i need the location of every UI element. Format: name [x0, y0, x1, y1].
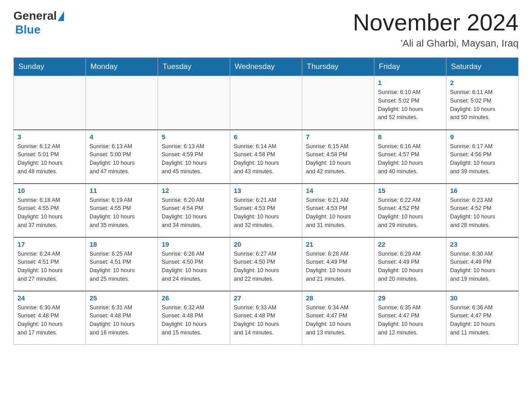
calendar-cell: 30Sunrise: 6:36 AM Sunset: 4:47 PM Dayli…	[446, 291, 519, 345]
day-info: Sunrise: 6:23 AM Sunset: 4:52 PM Dayligh…	[450, 196, 515, 230]
day-number: 28	[306, 294, 370, 302]
day-number: 29	[378, 294, 442, 302]
calendar-cell	[14, 76, 86, 130]
title-area: November 2024 'Ali al Gharbi, Maysan, Ir…	[353, 9, 519, 49]
day-number: 26	[162, 294, 226, 302]
day-number: 13	[234, 187, 298, 194]
calendar-cell: 15Sunrise: 6:22 AM Sunset: 4:52 PM Dayli…	[374, 184, 446, 237]
calendar-cell: 27Sunrise: 6:33 AM Sunset: 4:48 PM Dayli…	[230, 291, 302, 345]
page-header: General Blue November 2024 'Ali al Gharb…	[13, 9, 519, 49]
calendar-cell: 10Sunrise: 6:18 AM Sunset: 4:55 PM Dayli…	[14, 184, 86, 237]
calendar-cell: 21Sunrise: 6:28 AM Sunset: 4:49 PM Dayli…	[302, 237, 374, 291]
day-info: Sunrise: 6:21 AM Sunset: 4:53 PM Dayligh…	[234, 196, 298, 230]
day-of-week-header: Tuesday	[158, 58, 230, 76]
day-info: Sunrise: 6:15 AM Sunset: 4:58 PM Dayligh…	[306, 142, 370, 176]
day-number: 24	[17, 294, 82, 302]
day-of-week-header: Wednesday	[230, 58, 302, 76]
day-number: 7	[306, 133, 370, 141]
day-info: Sunrise: 6:24 AM Sunset: 4:51 PM Dayligh…	[17, 250, 82, 283]
calendar-cell: 4Sunrise: 6:13 AM Sunset: 5:00 PM Daylig…	[86, 130, 158, 184]
day-of-week-header: Monday	[86, 58, 158, 76]
calendar-cell	[230, 76, 302, 130]
calendar-subtitle: 'Ali al Gharbi, Maysan, Iraq	[353, 38, 519, 49]
day-info: Sunrise: 6:22 AM Sunset: 4:52 PM Dayligh…	[378, 196, 442, 230]
day-number: 5	[162, 133, 226, 141]
day-number: 6	[234, 133, 298, 141]
day-number: 9	[450, 133, 515, 141]
day-number: 22	[378, 240, 442, 248]
day-info: Sunrise: 6:13 AM Sunset: 4:59 PM Dayligh…	[162, 142, 226, 176]
day-info: Sunrise: 6:28 AM Sunset: 4:49 PM Dayligh…	[306, 250, 370, 283]
day-of-week-header: Friday	[374, 58, 446, 76]
day-info: Sunrise: 6:27 AM Sunset: 4:50 PM Dayligh…	[234, 250, 298, 283]
day-info: Sunrise: 6:34 AM Sunset: 4:47 PM Dayligh…	[306, 304, 370, 337]
calendar-cell: 7Sunrise: 6:15 AM Sunset: 4:58 PM Daylig…	[302, 130, 374, 184]
day-info: Sunrise: 6:21 AM Sunset: 4:53 PM Dayligh…	[306, 196, 370, 230]
day-info: Sunrise: 6:11 AM Sunset: 5:02 PM Dayligh…	[450, 88, 515, 122]
logo-blue: Blue	[15, 23, 40, 36]
calendar-cell: 16Sunrise: 6:23 AM Sunset: 4:52 PM Dayli…	[446, 184, 519, 237]
day-info: Sunrise: 6:30 AM Sunset: 4:48 PM Dayligh…	[17, 304, 82, 337]
day-info: Sunrise: 6:20 AM Sunset: 4:54 PM Dayligh…	[162, 196, 226, 230]
calendar-cell	[302, 76, 374, 130]
calendar-week-row: 24Sunrise: 6:30 AM Sunset: 4:48 PM Dayli…	[14, 291, 519, 345]
calendar-week-row: 17Sunrise: 6:24 AM Sunset: 4:51 PM Dayli…	[14, 237, 519, 291]
day-of-week-header: Sunday	[14, 58, 86, 76]
logo: General Blue	[13, 9, 65, 37]
day-info: Sunrise: 6:33 AM Sunset: 4:48 PM Dayligh…	[234, 304, 298, 337]
day-number: 18	[90, 240, 154, 248]
calendar-week-row: 10Sunrise: 6:18 AM Sunset: 4:55 PM Dayli…	[14, 184, 519, 237]
day-info: Sunrise: 6:18 AM Sunset: 4:55 PM Dayligh…	[17, 196, 82, 230]
calendar-cell: 12Sunrise: 6:20 AM Sunset: 4:54 PM Dayli…	[158, 184, 230, 237]
calendar-week-row: 3Sunrise: 6:12 AM Sunset: 5:01 PM Daylig…	[14, 130, 519, 184]
day-number: 3	[17, 133, 82, 141]
calendar-table: SundayMondayTuesdayWednesdayThursdayFrid…	[13, 57, 519, 345]
day-number: 8	[378, 133, 442, 141]
day-info: Sunrise: 6:36 AM Sunset: 4:47 PM Dayligh…	[450, 304, 515, 337]
day-number: 1	[378, 79, 442, 86]
day-number: 30	[450, 294, 515, 302]
day-number: 15	[378, 187, 442, 194]
calendar-cell: 9Sunrise: 6:17 AM Sunset: 4:56 PM Daylig…	[446, 130, 519, 184]
logo-triangle-icon	[58, 11, 64, 21]
calendar-cell: 8Sunrise: 6:16 AM Sunset: 4:57 PM Daylig…	[374, 130, 446, 184]
calendar-cell: 2Sunrise: 6:11 AM Sunset: 5:02 PM Daylig…	[446, 76, 519, 130]
day-number: 14	[306, 187, 370, 194]
calendar-cell: 19Sunrise: 6:26 AM Sunset: 4:50 PM Dayli…	[158, 237, 230, 291]
day-info: Sunrise: 6:31 AM Sunset: 4:48 PM Dayligh…	[90, 304, 154, 337]
day-number: 25	[90, 294, 154, 302]
day-info: Sunrise: 6:32 AM Sunset: 4:48 PM Dayligh…	[162, 304, 226, 337]
day-info: Sunrise: 6:16 AM Sunset: 4:57 PM Dayligh…	[378, 142, 442, 176]
calendar-cell: 29Sunrise: 6:35 AM Sunset: 4:47 PM Dayli…	[374, 291, 446, 345]
day-info: Sunrise: 6:12 AM Sunset: 5:01 PM Dayligh…	[17, 142, 82, 176]
day-of-week-header: Saturday	[446, 58, 519, 76]
calendar-cell: 26Sunrise: 6:32 AM Sunset: 4:48 PM Dayli…	[158, 291, 230, 345]
calendar-cell: 22Sunrise: 6:29 AM Sunset: 4:49 PM Dayli…	[374, 237, 446, 291]
calendar-week-row: 1Sunrise: 6:10 AM Sunset: 5:02 PM Daylig…	[14, 76, 519, 130]
calendar-cell: 24Sunrise: 6:30 AM Sunset: 4:48 PM Dayli…	[14, 291, 86, 345]
day-info: Sunrise: 6:13 AM Sunset: 5:00 PM Dayligh…	[90, 142, 154, 176]
calendar-cell: 25Sunrise: 6:31 AM Sunset: 4:48 PM Dayli…	[86, 291, 158, 345]
day-number: 10	[17, 187, 82, 194]
day-info: Sunrise: 6:17 AM Sunset: 4:56 PM Dayligh…	[450, 142, 515, 176]
day-number: 11	[90, 187, 154, 194]
day-number: 23	[450, 240, 515, 248]
calendar-cell	[86, 76, 158, 130]
calendar-cell: 14Sunrise: 6:21 AM Sunset: 4:53 PM Dayli…	[302, 184, 374, 237]
calendar-cell	[158, 76, 230, 130]
day-info: Sunrise: 6:30 AM Sunset: 4:49 PM Dayligh…	[450, 250, 515, 283]
day-number: 4	[90, 133, 154, 141]
day-number: 2	[450, 79, 515, 86]
logo-text: General	[13, 9, 65, 23]
day-info: Sunrise: 6:19 AM Sunset: 4:55 PM Dayligh…	[90, 196, 154, 230]
calendar-cell: 20Sunrise: 6:27 AM Sunset: 4:50 PM Dayli…	[230, 237, 302, 291]
calendar-title: November 2024	[353, 9, 519, 36]
day-info: Sunrise: 6:26 AM Sunset: 4:50 PM Dayligh…	[162, 250, 226, 283]
logo-general: General	[13, 9, 57, 23]
calendar-cell: 3Sunrise: 6:12 AM Sunset: 5:01 PM Daylig…	[14, 130, 86, 184]
day-number: 19	[162, 240, 226, 248]
day-number: 20	[234, 240, 298, 248]
calendar-cell: 23Sunrise: 6:30 AM Sunset: 4:49 PM Dayli…	[446, 237, 519, 291]
day-number: 12	[162, 187, 226, 194]
calendar-cell: 11Sunrise: 6:19 AM Sunset: 4:55 PM Dayli…	[86, 184, 158, 237]
